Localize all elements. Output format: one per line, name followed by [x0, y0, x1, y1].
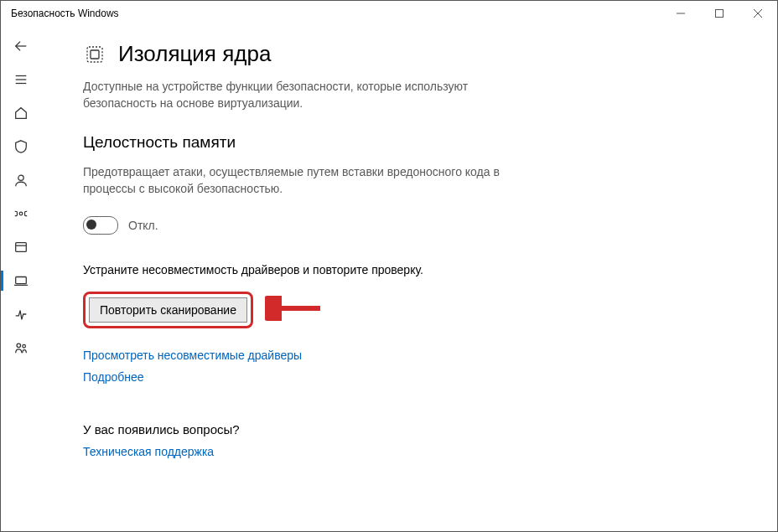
main-content: Изоляция ядра Доступные на устройстве фу…: [41, 26, 777, 531]
help-heading: У вас появились вопросы?: [83, 422, 744, 436]
rescan-button[interactable]: Повторить сканирование: [89, 297, 247, 323]
svg-rect-10: [16, 243, 27, 252]
maximize-button[interactable]: [700, 1, 739, 26]
memory-integrity-toggle[interactable]: [83, 216, 118, 235]
back-button[interactable]: [1, 29, 41, 63]
sidebar-item-device-security[interactable]: [1, 264, 41, 297]
driver-fix-text: Устраните несовместимость драйверов и по…: [83, 263, 744, 276]
menu-button[interactable]: [1, 63, 41, 96]
sidebar-item-virus[interactable]: [1, 130, 41, 163]
memory-integrity-toggle-row: Откл.: [83, 216, 744, 235]
link-incompatible-drivers[interactable]: Просмотреть несовместимые драйверы: [83, 349, 744, 362]
window-controls: [661, 1, 777, 26]
memory-integrity-title: Целостность памяти: [83, 133, 744, 152]
close-button[interactable]: [739, 1, 777, 26]
svg-rect-17: [87, 47, 102, 62]
app-body: Изоляция ядра Доступные на устройстве фу…: [1, 26, 777, 531]
svg-point-15: [23, 344, 26, 348]
svg-rect-12: [16, 277, 27, 284]
sidebar-item-firewall[interactable]: [1, 197, 41, 230]
rescan-highlight: Повторить сканирование: [83, 292, 253, 328]
sidebar-item-family[interactable]: [1, 331, 41, 364]
svg-point-14: [17, 343, 21, 348]
app-window: Безопасность Windows: [0, 0, 778, 532]
page-description: Доступные на устройстве функции безопасн…: [83, 79, 536, 111]
titlebar: Безопасность Windows: [1, 1, 777, 26]
sidebar-item-home[interactable]: [1, 96, 41, 130]
rescan-row: Повторить сканирование: [83, 292, 744, 328]
sidebar-item-device-performance[interactable]: [1, 297, 41, 331]
link-more-info[interactable]: Подробнее: [83, 370, 744, 384]
svg-rect-1: [716, 10, 724, 18]
svg-rect-16: [91, 50, 99, 59]
page-header: Изоляция ядра: [83, 41, 744, 67]
svg-point-9: [19, 212, 23, 215]
page-title: Изоляция ядра: [118, 41, 271, 67]
memory-integrity-toggle-label: Откл.: [128, 219, 158, 232]
sidebar-item-app-browser[interactable]: [1, 230, 41, 264]
memory-integrity-description: Предотвращает атаки, осуществляемые путе…: [83, 163, 552, 198]
core-isolation-icon: [83, 43, 106, 66]
sidebar-item-account[interactable]: [1, 163, 41, 197]
minimize-button[interactable]: [661, 1, 700, 26]
sidebar: [1, 26, 41, 531]
svg-point-8: [18, 175, 23, 180]
window-title: Безопасность Windows: [1, 8, 119, 19]
annotation-arrow-icon: [265, 296, 322, 324]
link-support[interactable]: Техническая поддержка: [83, 445, 744, 458]
